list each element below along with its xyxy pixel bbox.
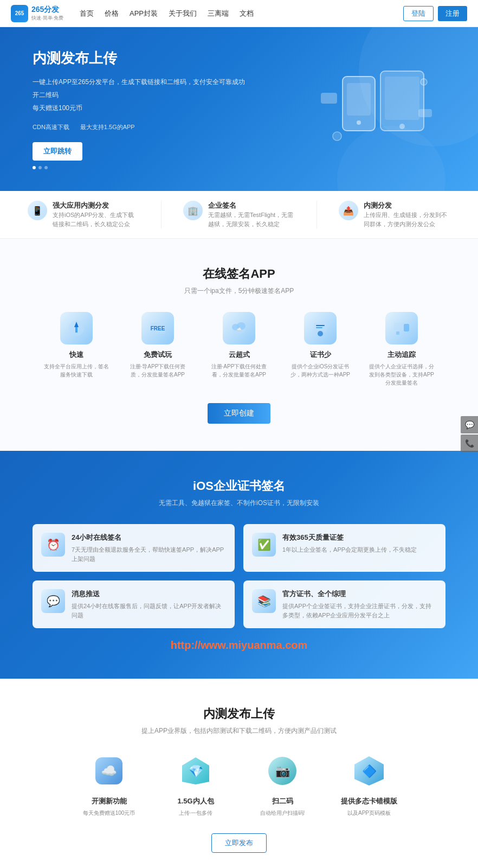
- register-button[interactable]: 注册: [438, 6, 467, 21]
- sign-feature-icon-free: FREE: [141, 312, 174, 344]
- hero-dot-2: [38, 166, 42, 169]
- svg-rect-6: [321, 93, 337, 104]
- internal-pub-title: 内测发布上传: [33, 706, 445, 722]
- svg-rect-11: [75, 327, 77, 333]
- feature-item-3: 📤 内测分发 上传应用、生成链接，分发到不同群体，方便内测分发公众: [317, 201, 472, 228]
- sign-feature-cert: 证书少 提供个企业iOS分发证书少，两种方式选一种APP: [288, 312, 353, 387]
- sign-feature-icon-cloud: ☁️: [223, 312, 255, 344]
- pub-feature-1: ☁️ 开测新功能 每天免费赠送100元币: [76, 752, 141, 817]
- cert-card-icon-3: 💬: [41, 589, 65, 613]
- hero-desc: 一键上传APP至265分发平台，生成下载链接和二维码，支付安全可靠成功开二维码 …: [33, 75, 249, 114]
- feature-icon-3: 📤: [339, 201, 358, 220]
- svg-text:☁️: ☁️: [101, 763, 117, 778]
- svg-text:FREE: FREE: [151, 326, 165, 331]
- sidebar-chat-btn[interactable]: 💬: [461, 416, 478, 433]
- svg-point-21: [318, 331, 323, 336]
- pub-feature-4: 🔷 提供多态卡错模版 以及APP页码模板: [337, 752, 402, 817]
- feature-item-1: 📱 强大应用内测分发 支持iOS的APP分发、生成下载链接和二维码，长久稳定公众: [6, 201, 162, 228]
- ios-cert-title: iOS企业证书签名: [33, 478, 445, 494]
- nav-docs[interactable]: 文档: [240, 9, 254, 18]
- feature-icon-2: 🏢: [183, 201, 203, 220]
- watermark-link[interactable]: http://www.miyuanma.com: [171, 639, 308, 651]
- hero-title: 内测发布上传: [33, 49, 249, 68]
- sidebar-phone-btn[interactable]: 📞: [461, 435, 478, 452]
- sign-feature-fast: 快速 支持全平台应用上传，签名服务快速下载: [44, 312, 109, 387]
- svg-rect-23: [396, 331, 399, 335]
- svg-rect-22: [394, 323, 405, 330]
- hero-dot-3: [44, 166, 48, 169]
- feature-item-2: 🏢 企业签名 无需越狱，无需TestFlight，无需越狱，无限安装，长久稳定: [162, 201, 317, 228]
- hero-dot-1: [33, 166, 36, 169]
- pub-feature-icon-2: 💎: [177, 752, 215, 790]
- svg-point-9: [421, 79, 427, 85]
- nav-home[interactable]: 首页: [80, 9, 94, 18]
- features-bar: 📱 强大应用内测分发 支持iOS的APP分发、生成下载链接和二维码，长久稳定公众…: [0, 191, 478, 239]
- nav-logo: 265 265分发 快速·简单·免费: [11, 5, 63, 22]
- nav-actions: 登陆 注册: [403, 6, 467, 21]
- cert-card-icon-2: ✅: [252, 533, 276, 557]
- svg-rect-19: [316, 325, 325, 326]
- logo-icon: 265: [11, 5, 28, 22]
- sign-feature-icon-fast: [60, 312, 93, 344]
- logo-text: 265分发 快速·简单·免费: [31, 5, 63, 22]
- svg-rect-7: [418, 109, 432, 117]
- hero-content: 内测发布上传 一键上传APP至265分发平台，生成下载链接和二维码，支付安全可靠…: [33, 49, 249, 169]
- sign-features: 快速 支持全平台应用上传，签名服务快速下载 FREE 免费试玩 注册·导APP下…: [33, 312, 445, 387]
- cert-card-text-3: 消息推送 提供24小时在线客服售后，问题反馈，让APP开发者解决问题: [72, 589, 226, 620]
- sign-app-section: 在线签名APP 只需一个ipa文件，5分钟极速签名APP 快速 支持全平台应用上…: [0, 239, 478, 451]
- svg-text:💎: 💎: [189, 764, 204, 778]
- svg-point-5: [399, 124, 405, 129]
- feature-text-3: 内测分发 上传应用、生成链接，分发到不同群体，方便内测分发公众: [364, 201, 450, 228]
- svg-text:📷: 📷: [275, 764, 290, 778]
- sign-feature-track: 主动追踪 提供个人企业证书选择，分发到各类型设备，支持APP分发批量签名: [369, 312, 434, 387]
- hero-section: 内测发布上传 一键上传APP至265分发平台，生成下载链接和二维码，支付安全可靠…: [0, 27, 478, 191]
- navbar: 265 265分发 快速·简单·免费 首页 价格 APP封装 关于我们 三离端 …: [0, 0, 478, 27]
- watermark: http://www.miyuanma.com: [33, 639, 445, 652]
- sign-feature-icon-cert: [304, 312, 337, 344]
- cert-card-icon-1: ⏰: [41, 533, 65, 557]
- login-button[interactable]: 登陆: [403, 6, 434, 21]
- cert-card-text-2: 有效365天质量证签 1年以上企业签名，APP会定期更换上传，不失稳定: [282, 533, 417, 554]
- ios-cert-sub: 无需工具、免越狱在家签、不制作iOS证书，无限制安装: [33, 499, 445, 508]
- pub-feature-icon-4: 🔷: [350, 752, 388, 790]
- svg-rect-1: [347, 83, 371, 116]
- svg-rect-20: [316, 327, 322, 328]
- nav-san-li[interactable]: 三离端: [208, 9, 229, 18]
- svg-rect-24: [404, 324, 409, 331]
- sign-app-sub: 只需一个ipa文件，5分钟极速签名APP: [33, 286, 445, 296]
- sign-app-title: 在线签名APP: [33, 266, 445, 282]
- svg-rect-4: [385, 76, 419, 120]
- sidebar-float: 💬 📞: [461, 416, 478, 452]
- hero-illustration: [310, 66, 440, 152]
- sign-feature-icon-track: [385, 312, 418, 344]
- sign-app-cta-button[interactable]: 立即创建: [208, 403, 270, 424]
- nav-price[interactable]: 价格: [105, 9, 119, 18]
- nav-app-package[interactable]: APP封装: [130, 9, 158, 18]
- internal-pub-sub: 提上APP业界版，包括内部测试和下载二维码，方便内测产品们测试: [33, 726, 445, 736]
- nav-about[interactable]: 关于我们: [169, 9, 197, 18]
- sign-feature-free: FREE 免费试玩 注册·导APP下载任何资质，分发批量签名APP: [125, 312, 190, 387]
- pub-feature-icon-3: 📷: [263, 752, 301, 790]
- internal-pub-cta-button[interactable]: 立即发布: [211, 833, 267, 853]
- ios-cert-section: iOS企业证书签名 无需工具、免越狱在家签、不制作iOS证书，无限制安装 ⏰ 2…: [0, 451, 478, 679]
- svg-rect-3: [380, 71, 424, 131]
- sign-feature-cloud: ☁️ 云超式 注册·APP下载任何处查看，分发批量签名APP: [206, 312, 272, 387]
- hero-image: [305, 66, 445, 152]
- hero-cta-button[interactable]: 立即跳转: [33, 142, 82, 161]
- pub-feature-3: 📷 扫二码 自动给用户扫描码!: [250, 752, 315, 817]
- hero-sub: CDN高速下载 最大支持1.5G的APP: [33, 123, 249, 131]
- svg-text:☁️: ☁️: [236, 327, 242, 332]
- svg-point-2: [357, 120, 361, 125]
- pub-features: ☁️ 开测新功能 每天免费赠送100元币 💎 1.5G内人包 上传·一包多传 📷…: [33, 752, 445, 817]
- cert-card-icon-4: 📚: [252, 589, 276, 613]
- cert-grid: ⏰ 24小时在线签名 7天无理由全额退款服务全天，帮助快速签APP，解决APP上…: [33, 524, 445, 628]
- cert-card-1: ⏰ 24小时在线签名 7天无理由全额退款服务全天，帮助快速签APP，解决APP上…: [33, 524, 235, 572]
- cert-card-text-4: 官方证书、全个综理 提供APP个企业签证书，支持企业注册证书，分发，支持多类型，…: [282, 589, 437, 620]
- hero-dots: [33, 166, 249, 169]
- cert-card-text-1: 24小时在线签名 7天无理由全额退款服务全天，帮助快速签APP，解决APP上架问…: [72, 533, 226, 563]
- cert-card-2: ✅ 有效365天质量证签 1年以上企业签名，APP会定期更换上传，不失稳定: [243, 524, 445, 572]
- internal-pub-section: 内测发布上传 提上APP业界版，包括内部测试和下载二维码，方便内测产品们测试 ☁…: [0, 679, 478, 868]
- feature-text-1: 强大应用内测分发 支持iOS的APP分发、生成下载链接和二维码，长久稳定公众: [53, 201, 139, 228]
- feature-icon-1: 📱: [28, 201, 47, 220]
- pub-feature-icon-1: ☁️: [90, 752, 128, 790]
